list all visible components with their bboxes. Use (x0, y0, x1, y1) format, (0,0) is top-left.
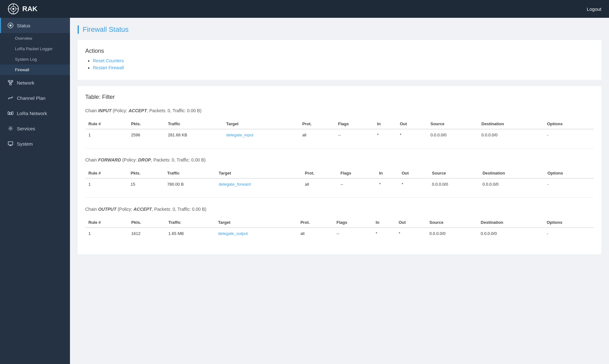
chain-output-header-row: Rule # Pkts. Traffic Target Prot. Flags … (85, 217, 594, 228)
svg-rect-11 (10, 84, 11, 85)
sidebar-label-status: Status (17, 23, 31, 28)
col-out-o: Out (395, 217, 426, 228)
cell-rule: 1 (85, 129, 128, 141)
reset-counters-link[interactable]: Reset Counters (93, 58, 124, 63)
cell-flags: -- (335, 129, 374, 141)
col-traffic-o: Traffic (165, 217, 215, 228)
col-options-f: Options (544, 168, 594, 178)
status-icon (7, 22, 14, 29)
col-pkts-o: Pkts. (128, 217, 165, 228)
chain-input-table: Rule # Pkts. Traffic Target Prot. Flags … (85, 119, 594, 141)
topnav: RAK Logout (0, 0, 609, 18)
svg-point-8 (9, 24, 11, 26)
cell-destination-o: 0.0.0.0/0 (478, 228, 543, 239)
col-destination-o: Destination (478, 217, 543, 228)
table-row: 1 2596 281.68 KB delegate_input all -- *… (85, 129, 594, 141)
target-link-forward[interactable]: delegate_forward (219, 182, 251, 187)
sidebar-item-status[interactable]: Status (0, 18, 70, 33)
main-content: Firewall Status Actions Reset Counters R… (70, 18, 609, 364)
chain-divider-1 (85, 148, 594, 148)
logout-button[interactable]: Logout (587, 6, 601, 12)
sidebar-sub-overview[interactable]: Overview (0, 33, 70, 44)
sidebar-label-services: Services (17, 126, 35, 131)
cell-out-f: * (398, 178, 429, 190)
col-prot-f: Prot. (302, 168, 337, 178)
cell-in: * (374, 129, 397, 141)
chain-forward-policy: DROP (138, 157, 151, 162)
chain-input-header-row: Rule # Pkts. Traffic Target Prot. Flags … (85, 119, 594, 129)
cell-rule-f: 1 (85, 178, 128, 190)
col-options: Options (544, 119, 594, 129)
svg-rect-9 (8, 80, 10, 82)
sidebar-sub-lora-packet-logger[interactable]: LoRa Packet Logger (0, 44, 70, 54)
col-destination: Destination (478, 119, 544, 129)
chain-input-block: Chain INPUT (Policy: ACCEPT, Packets: 0,… (85, 106, 594, 141)
col-source-f: Source (429, 168, 479, 178)
sidebar-item-network[interactable]: Network (0, 75, 70, 90)
chain-forward-header-row: Rule # Pkts. Traffic Target Prot. Flags … (85, 168, 594, 178)
page-title-bar: Firewall Status (78, 25, 601, 34)
chain-input-policy: ACCEPT (128, 108, 147, 113)
action-item-reset: Reset Counters (93, 58, 594, 63)
chain-output-policy: ACCEPT (134, 207, 152, 212)
sidebar-item-channel-plan[interactable]: Channel Plan (0, 90, 70, 106)
actions-title: Actions (85, 48, 594, 54)
col-prot: Prot. (299, 119, 335, 129)
cell-source-o: 0.0.0.0/0 (426, 228, 477, 239)
col-in-o: In (372, 217, 395, 228)
sidebar: Status Overview LoRa Packet Logger Syste… (0, 18, 70, 364)
sidebar-item-lora-network[interactable]: LoRa Network (0, 106, 70, 121)
col-rule-hash: Rule # (85, 119, 128, 129)
sidebar-label-lora-network: LoRa Network (17, 111, 47, 116)
chain-forward-name: FORWARD (98, 157, 121, 162)
svg-point-2 (12, 8, 14, 10)
col-out-f: Out (398, 168, 429, 178)
cell-target-o: delegate_output (215, 228, 297, 239)
actions-list: Reset Counters Restart Firewall (85, 58, 594, 70)
svg-rect-21 (10, 113, 11, 114)
chain-output-header: Chain OUTPUT (Policy: ACCEPT, Packets: 0… (85, 204, 594, 214)
col-pkts: Pkts. (128, 119, 165, 129)
table-row: 1 1612 1.65 MB delegate_output all -- * … (85, 228, 594, 239)
col-prot-o: Prot. (297, 217, 333, 228)
svg-point-24 (10, 127, 11, 129)
chain-output-block: Chain OUTPUT (Policy: ACCEPT, Packets: 0… (85, 204, 594, 239)
cell-source: 0.0.0.0/0 (427, 129, 478, 141)
target-link-output[interactable]: delegate_output (218, 231, 248, 236)
col-in-f: In (376, 168, 398, 178)
sidebar-sub-system-log[interactable]: System Log (0, 54, 70, 65)
svg-point-17 (10, 98, 11, 99)
sidebar-item-services[interactable]: Services (0, 121, 70, 136)
sidebar-sub-firewall[interactable]: Firewall (0, 65, 70, 75)
cell-destination-f: 0.0.0.0/0 (479, 178, 544, 190)
chain-forward-block: Chain FORWARD (Policy: DROP, Packets: 0,… (85, 155, 594, 190)
cell-flags-f: -- (337, 178, 376, 190)
chain-output-table: Rule # Pkts. Traffic Target Prot. Flags … (85, 217, 594, 239)
col-flags-f: Flags (337, 168, 376, 178)
col-out: Out (397, 119, 427, 129)
brand-logo: RAK (8, 3, 38, 15)
cell-prot: all (299, 129, 335, 141)
restart-firewall-link[interactable]: Restart Firewall (93, 65, 124, 70)
target-link-input[interactable]: delegate_input (226, 133, 253, 137)
col-flags-o: Flags (333, 217, 372, 228)
col-source: Source (427, 119, 478, 129)
cell-target: delegate_input (223, 129, 299, 141)
main-layout: Status Overview LoRa Packet Logger Syste… (0, 18, 609, 364)
cell-in-f: * (376, 178, 398, 190)
col-options-o: Options (543, 217, 594, 228)
sidebar-item-system[interactable]: System (0, 136, 70, 151)
col-target-o: Target (215, 217, 297, 228)
sidebar-label-network: Network (17, 80, 34, 86)
cell-source-f: 0.0.0.0/0 (429, 178, 479, 190)
cell-traffic-o: 1.65 MB (165, 228, 215, 239)
cell-prot-f: all (302, 178, 337, 190)
chain-input-header: Chain INPUT (Policy: ACCEPT, Packets: 0,… (85, 106, 594, 116)
col-flags: Flags (335, 119, 374, 129)
actions-card: Actions Reset Counters Restart Firewall (78, 40, 601, 80)
network-icon (7, 79, 14, 86)
services-icon (7, 125, 14, 132)
cell-in-o: * (372, 228, 395, 239)
cell-rule-o: 1 (85, 228, 128, 239)
cell-options-o: - (543, 228, 594, 239)
